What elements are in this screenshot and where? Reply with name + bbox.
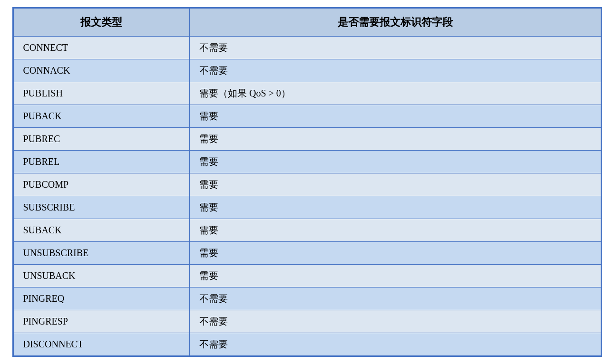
cell-type: PINGREQ [13, 287, 190, 310]
cell-required: 需要 [190, 219, 601, 242]
cell-required: 需要 [190, 242, 601, 265]
cell-type: PUBCOMP [13, 173, 190, 196]
cell-required: 需要 [190, 196, 601, 219]
table-row: PUBREL需要 [13, 151, 601, 173]
cell-type: CONNACK [13, 59, 190, 82]
col-header-type: 报文类型 [13, 9, 190, 37]
cell-required: 不需要 [190, 310, 601, 333]
table-row: PUBCOMP需要 [13, 173, 601, 196]
cell-type: UNSUBACK [13, 265, 190, 287]
cell-type: UNSUBSCRIBE [13, 242, 190, 265]
cell-type: SUBACK [13, 219, 190, 242]
table-row: PINGREQ不需要 [13, 287, 601, 310]
table-body: CONNECT不需要CONNACK不需要PUBLISH需要（如果 QoS > 0… [13, 37, 601, 356]
table-row: PUBACK需要 [13, 105, 601, 128]
table-row: UNSUBACK需要 [13, 265, 601, 287]
table-row: PINGRESP不需要 [13, 310, 601, 333]
main-table-container: 报文类型 是否需要报文标识符字段 CONNECT不需要CONNACK不需要PUB… [12, 7, 602, 357]
table-row: PUBREC需要 [13, 128, 601, 151]
cell-type: PUBREL [13, 151, 190, 173]
cell-required: 需要（如果 QoS > 0） [190, 82, 601, 105]
cell-required: 不需要 [190, 287, 601, 310]
cell-required: 需要 [190, 105, 601, 128]
cell-type: DISCONNECT [13, 333, 190, 356]
table-row: DISCONNECT不需要 [13, 333, 601, 356]
cell-required: 需要 [190, 151, 601, 173]
table-row: PUBLISH需要（如果 QoS > 0） [13, 82, 601, 105]
table-row: CONNACK不需要 [13, 59, 601, 82]
cell-required: 需要 [190, 265, 601, 287]
cell-type: SUBSCRIBE [13, 196, 190, 219]
table-row: SUBSCRIBE需要 [13, 196, 601, 219]
cell-required: 不需要 [190, 59, 601, 82]
cell-required: 不需要 [190, 37, 601, 59]
mqtt-table: 报文类型 是否需要报文标识符字段 CONNECT不需要CONNACK不需要PUB… [13, 8, 601, 356]
table-row: SUBACK需要 [13, 219, 601, 242]
cell-required: 不需要 [190, 333, 601, 356]
cell-type: CONNECT [13, 37, 190, 59]
cell-type: PINGRESP [13, 310, 190, 333]
cell-type: PUBACK [13, 105, 190, 128]
table-row: UNSUBSCRIBE需要 [13, 242, 601, 265]
col-header-required: 是否需要报文标识符字段 [190, 9, 601, 37]
cell-type: PUBLISH [13, 82, 190, 105]
table-header-row: 报文类型 是否需要报文标识符字段 [13, 9, 601, 37]
cell-required: 需要 [190, 128, 601, 151]
cell-required: 需要 [190, 173, 601, 196]
table-row: CONNECT不需要 [13, 37, 601, 59]
cell-type: PUBREC [13, 128, 190, 151]
